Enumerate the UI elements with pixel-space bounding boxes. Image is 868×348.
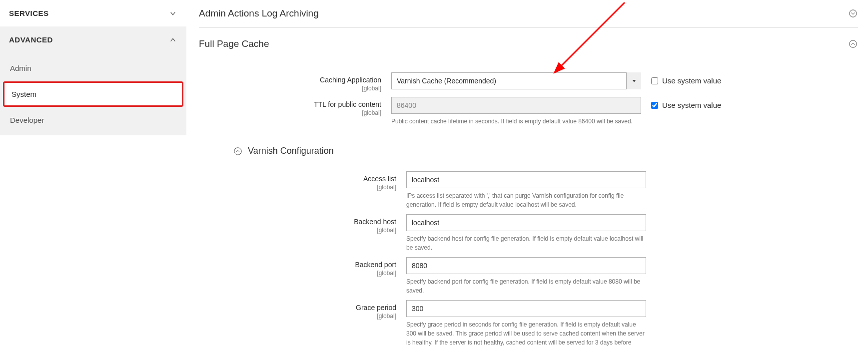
field-scope: [global]	[199, 270, 396, 277]
expand-down-icon	[848, 8, 858, 18]
caching-application-select[interactable]: Varnish Cache (Recommended)	[391, 72, 641, 89]
field-scope: [global]	[199, 313, 396, 320]
field-label: Backend port	[199, 261, 396, 269]
sidebar-item-admin[interactable]: Admin	[0, 56, 186, 80]
field-label: Access list	[199, 175, 396, 183]
ttl-input[interactable]	[391, 97, 641, 114]
field-hint: IPs access list separated with ',' that …	[406, 191, 646, 209]
collapse-up-icon	[848, 39, 858, 49]
row-backend-host: Backend host [global] Specify backend ho…	[199, 214, 858, 252]
chevron-down-icon	[169, 10, 176, 17]
varnish-config-form: Access list [global] IPs access list sep…	[199, 171, 858, 348]
row-caching-application: Caching Application [global] Varnish Cac…	[199, 72, 858, 92]
section-admin-actions-log-archiving[interactable]: Admin Actions Log Archiving	[199, 0, 858, 27]
chevron-up-icon	[169, 36, 176, 43]
svg-point-1	[850, 40, 857, 47]
sidebar-item-label: System	[11, 90, 36, 98]
field-hint: Specify backend port for config file gen…	[406, 277, 646, 295]
use-system-value-label: Use system value	[662, 76, 721, 85]
section-title-text: Admin Actions Log Archiving	[199, 8, 319, 19]
field-scope: [global]	[199, 109, 381, 116]
use-system-value-checkbox[interactable]	[651, 77, 658, 84]
sidebar-item-label: Developer	[10, 116, 44, 124]
sidebar-category-label: ADVANCED	[9, 35, 53, 44]
field-label: TTL for public content	[199, 100, 381, 108]
row-access-list: Access list [global] IPs access list sep…	[199, 171, 858, 209]
row-ttl-public-content: TTL for public content [global] Public c…	[199, 97, 858, 126]
grace-period-input[interactable]	[406, 300, 646, 317]
fpc-form: Caching Application [global] Varnish Cac…	[199, 57, 858, 348]
sidebar-category-label: SERVICES	[9, 9, 49, 17]
section-full-page-cache[interactable]: Full Page Cache	[199, 27, 858, 57]
config-sidebar: SERVICES ADVANCED Admin System Developer	[0, 0, 186, 348]
field-label: Backend host	[199, 218, 396, 226]
row-backend-port: Backend port [global] Specify backend po…	[199, 257, 858, 295]
field-hint: Specify grace period in seconds for conf…	[406, 320, 646, 348]
access-list-input[interactable]	[406, 171, 646, 188]
svg-point-0	[850, 10, 857, 17]
backend-port-input[interactable]	[406, 257, 646, 274]
field-scope: [global]	[199, 85, 381, 92]
sidebar-item-system[interactable]: System	[3, 81, 183, 107]
field-scope: [global]	[199, 184, 396, 191]
field-hint: Public content cache lifetime in seconds…	[391, 117, 641, 126]
use-system-value-label: Use system value	[662, 101, 721, 109]
config-main: Admin Actions Log Archiving Full Page Ca…	[186, 0, 868, 348]
backend-host-input[interactable]	[406, 214, 646, 231]
section-title-text: Full Page Cache	[199, 38, 269, 49]
sidebar-subitems: Admin System Developer	[0, 53, 186, 135]
sidebar-category-services[interactable]: SERVICES	[0, 0, 186, 26]
use-system-value-checkbox[interactable]	[651, 102, 658, 109]
sidebar-item-developer[interactable]: Developer	[0, 108, 186, 132]
subsection-title: Varnish Configuration	[248, 146, 334, 156]
sidebar-category-advanced[interactable]: ADVANCED	[0, 26, 186, 53]
collapse-up-icon	[233, 146, 243, 156]
subsection-varnish-configuration[interactable]: Varnish Configuration	[199, 131, 858, 171]
svg-point-3	[234, 147, 241, 154]
sidebar-item-label: Admin	[10, 64, 31, 72]
row-grace-period: Grace period [global] Specify grace peri…	[199, 300, 858, 348]
field-hint: Specify backend host for config file gen…	[406, 234, 646, 252]
field-label: Grace period	[199, 304, 396, 312]
field-scope: [global]	[199, 227, 396, 234]
field-label: Caching Application	[199, 76, 381, 84]
